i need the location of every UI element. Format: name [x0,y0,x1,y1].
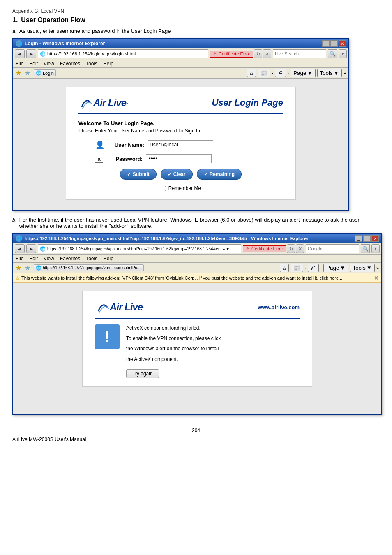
tab-vpn-label: https://192.168.1.254/loginpages/vpn_mai… [43,266,142,270]
step-a-label: a. [12,28,17,34]
airlive-logo-text-2: Air Live [110,301,143,313]
window-title-2: https://192.168.1.254/loginpages/vpn_mai… [25,236,308,241]
cert-error-icon: ⚠ [213,51,217,57]
separator-2: · [288,71,289,76]
home-button-1[interactable]: ⌂ [247,69,256,77]
menubar-1: File Edit View Favorites Tools Help [13,60,348,68]
live-search-input[interactable] [273,49,326,58]
back-button-2[interactable]: ◄ [15,244,25,253]
go-button-1[interactable]: ↻ [254,49,262,58]
password-input[interactable] [146,154,212,163]
tab-login-label: Login [43,71,54,76]
vpn-warning-icon: ! [95,324,120,349]
clear-check: ✓ [168,171,172,177]
manual-footer: AirLive MW-2000S User's Manual [12,437,380,442]
vpn-box: Air Live · www.airlive.com ! ActiveX com… [82,291,312,387]
ie-content-1: Air Live · User Login Page Welcome To Us… [13,79,348,210]
menu-favorites[interactable]: Favorites [60,61,80,67]
menu-help-2[interactable]: Help [103,256,113,261]
window-icon: 🌐 [16,40,22,47]
print-button-2[interactable]: 🖨 [308,264,319,272]
alert-icon: ⚠ [16,275,20,281]
menu-help[interactable]: Help [103,61,113,67]
alert-close-button[interactable]: ✕ [374,275,379,281]
minimize-button-2[interactable]: _ [355,235,362,242]
go-button-2[interactable]: ↻ [287,244,295,253]
section-number: 1. [12,16,18,24]
google-search-input[interactable] [306,244,359,253]
menu-view[interactable]: View [44,61,54,67]
tab-vpn[interactable]: 🌐 https://192.168.1.254/loginpages/vpn_m… [34,264,144,271]
password-label: Password: [106,156,143,162]
login-welcome: Welcome To User Login Page. [78,120,283,126]
address-icon-2: 🌐 [40,246,46,252]
close-button-2[interactable]: ✕ [371,235,379,242]
username-row: 👤 User Name: [78,140,283,149]
remember-checkbox[interactable] [161,186,166,191]
username-input[interactable] [148,140,213,149]
menu-favorites-2[interactable]: Favorites [60,256,80,261]
maximize-button-2[interactable]: □ [363,235,371,242]
cert-error-1[interactable]: ⚠ Certificate Error [210,51,253,58]
address-toolbar-1: ◄ ► 🌐 https://192.168.1.254/loginpages/l… [13,48,348,60]
menu-file[interactable]: File [16,61,23,67]
menu-edit-2[interactable]: Edit [29,256,38,261]
back-button[interactable]: ◄ [15,49,25,58]
rss-button-1[interactable]: 📰 [258,69,270,77]
menu-edit[interactable]: Edit [29,61,38,67]
submit-button[interactable]: ✓ Submit [120,169,157,180]
forward-button[interactable]: ► [26,49,36,58]
airlive-logo-dot: · [126,98,129,108]
try-again-button[interactable]: Try again [126,369,159,378]
search-options-button[interactable]: ▼ [339,49,347,58]
home-button-2[interactable]: ⌂ [280,264,289,272]
address-bar-1[interactable]: 🌐 https://192.168.1.254/loginpages/login… [38,49,208,58]
clear-label: Clear [173,171,186,177]
search-options-button-2[interactable]: ▼ [371,244,380,253]
search-go-button-1[interactable]: 🔍 [328,49,337,58]
page-button-2[interactable]: Page ▼ [323,264,348,272]
address-bar-2[interactable]: 🌐 https://192.168.1.254/loginpages/vpn_m… [38,244,241,253]
separator-1: · [272,71,273,76]
close-button[interactable]: ✕ [339,40,346,47]
menu-tools[interactable]: Tools [86,61,97,67]
tab-login[interactable]: 🌐 Login [34,69,56,76]
cert-error-2[interactable]: ⚠ Certificate Error [243,245,286,252]
forward-button-2[interactable]: ► [26,244,36,253]
vpn-line3: the ActiveX component. [126,356,221,363]
page-button-1[interactable]: Page ▼ [291,69,315,77]
vpn-text-block: ActiveX component loading failed. To ena… [126,324,221,378]
extend-btn-1: » [344,71,346,76]
tab-login-icon: 🌐 [36,70,42,76]
step-b-text: For the first time, if the user has neve… [19,217,380,229]
tools-button-2[interactable]: Tools ▼ [350,264,375,272]
tools-label-1: Tools [320,70,333,76]
menu-view-2[interactable]: View [44,256,54,261]
address-text-1: https://192.168.1.254/loginpages/login.s… [47,51,136,56]
airlive-logo-dot-2: · [143,303,145,312]
rss-button-2[interactable]: 📰 [291,264,303,272]
maximize-button[interactable]: □ [330,40,338,47]
bookmarks-bar-1: ★ ★ 🌐 Login ⌂ 📰 · 🖨 · Page ▼ Tools ▼ » [13,68,348,79]
favorites-star: ★ [16,69,21,77]
print-button-1[interactable]: 🖨 [275,69,286,77]
menubar-2: File Edit View Favorites Tools Help [13,255,381,263]
clear-button[interactable]: ✓ Clear [161,169,193,180]
submit-label: Submit [133,171,150,177]
remaining-button[interactable]: ✓ Remaining [197,169,242,180]
rss-star-2: ★ [25,264,30,272]
search-go-button-2[interactable]: 🔍 [361,244,370,253]
ie-titlebar-1: 🌐 Login - Windows Internet Explorer _ □ … [13,39,348,48]
ie-content-2: Air Live · www.airlive.com ! ActiveX com… [13,283,381,414]
vpn-line2: the Windows alert on the browser to inst… [126,345,221,353]
password-icon: a [95,155,103,163]
tools-button-1[interactable]: Tools ▼ [317,69,342,77]
remember-label: Remember Me [168,185,201,191]
toolbar-right-1: ⌂ 📰 · 🖨 · Page ▼ Tools ▼ » [247,69,346,77]
menu-file-2[interactable]: File [16,256,23,261]
stop-button-2[interactable]: ✕ [296,244,304,253]
login-box: Air Live · User Login Page Welcome To Us… [66,87,296,200]
stop-button-1[interactable]: ✕ [263,49,271,58]
menu-tools-2[interactable]: Tools [86,256,97,261]
minimize-button[interactable]: _ [322,40,330,47]
